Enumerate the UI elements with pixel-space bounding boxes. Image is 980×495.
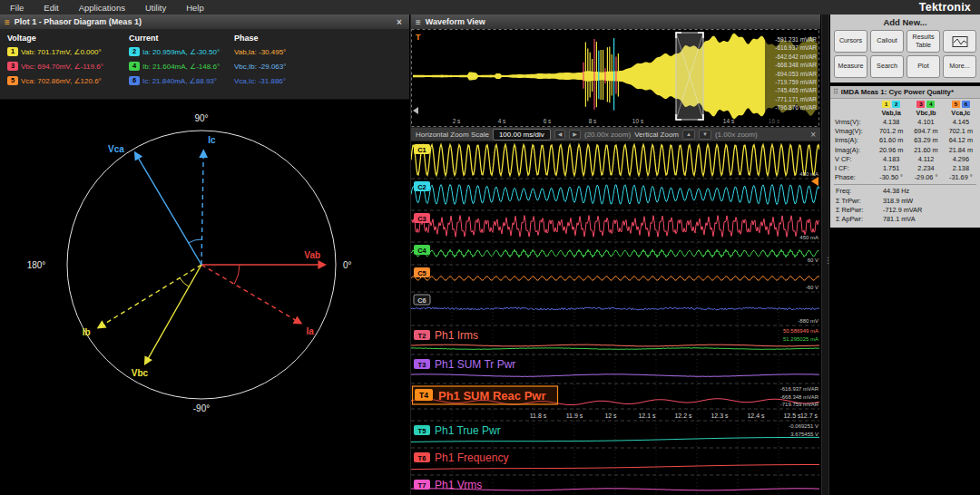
panel-splitter[interactable]: ⋮ <box>821 15 829 495</box>
trace-c4 <box>411 249 819 257</box>
panel-menu-icon[interactable]: ≡ <box>5 17 10 27</box>
waveform-grid[interactable]: C1450 mAC2C3450 mAC460 VC5-60 VC6-880 mV… <box>411 141 819 495</box>
phasor-diagram-panel: ≡ Plot 1 - Phasor Diagram (Meas 1) × Vol… <box>0 15 409 495</box>
add-callout-button[interactable]: Callout <box>870 30 904 53</box>
results-header[interactable]: ⠿ IMDA Meas 1: Cyc Power Quality* <box>830 86 980 99</box>
summary-value: -712.9 mVAR <box>883 206 978 215</box>
phase-angle-arc <box>189 239 202 243</box>
results-column-header: 34Vbc,Ib <box>908 101 943 117</box>
zoom-out-button[interactable]: ◀ <box>554 130 566 140</box>
scope-screen-icon <box>952 35 968 48</box>
channel-badge[interactable]: 5 <box>7 76 18 85</box>
scale-label: -0.069251 V <box>789 423 818 429</box>
phasor-vector-ib <box>98 265 201 327</box>
zoom-in-button[interactable]: ▶ <box>569 130 581 140</box>
summary-row: Σ TrPwr:318.9 mW <box>830 197 980 206</box>
zoom-close-icon[interactable]: × <box>810 130 816 140</box>
measurement-badge-text: T6 <box>418 454 426 462</box>
current-value: Ib: 21.604mA, ∠-148.6° <box>142 63 220 71</box>
horizontal-zoom-scale-value[interactable]: 100.00 ms/div <box>493 129 551 141</box>
collapse-arrow-icon[interactable] <box>413 107 418 114</box>
column-header: Phase <box>234 33 409 44</box>
spacer <box>832 101 874 117</box>
scale-label: -60 V <box>806 285 818 290</box>
summary-value: 44.38 Hz <box>883 187 978 196</box>
record-overview[interactable]: 2 s4 s6 s8 s10 s14 s16 s-591.231 mVAR-61… <box>411 29 819 127</box>
phase-cell: Vab,Ia: -30.495° <box>234 46 409 59</box>
add-more--button[interactable]: More... <box>943 55 976 78</box>
row-value: 4.138 <box>874 118 908 127</box>
scale-label: -880 mV <box>798 318 818 324</box>
results-column-header: 12Vab,Ia <box>874 101 908 117</box>
channel-badge[interactable]: 3 <box>7 62 18 71</box>
summary-value: 318.9 mW <box>883 197 978 206</box>
zoom-time-tick: 12 s <box>604 412 617 419</box>
phasor-diagram[interactable]: 90°0°180°-90°VabIaVbcIbVcaIc <box>0 100 409 495</box>
results-row: Vmag(V):701.2 m694.7 m702.1 m <box>830 127 980 136</box>
scale-label: 450 mA <box>799 171 818 177</box>
zoom-toolbar: Horizontal Zoom Scale 100.00 ms/div ◀ ▶ … <box>411 127 820 141</box>
phasor-vector-label: Vbc <box>132 368 149 378</box>
summary-label: Freq: <box>836 187 883 196</box>
phasor-panel-titlebar[interactable]: ≡ Plot 1 - Phasor Diagram (Meas 1) × <box>0 15 409 29</box>
phase-value: Vbc,Ib: -29.063° <box>234 63 286 71</box>
voltage-value: Vab: 701.17mV, ∠0.000° <box>21 48 102 56</box>
scale-label: 60 V <box>808 257 818 263</box>
menu-item-applications[interactable]: Applications <box>69 3 135 13</box>
row-value: 61.60 m <box>874 136 908 145</box>
channel-badge-text: C6 <box>417 296 426 305</box>
add-cursors-button[interactable]: Cursors <box>834 30 867 53</box>
waveform-panel-titlebar[interactable]: ≡ Waveform View <box>411 15 820 29</box>
overview-scale-value: -796.876 mVAR <box>775 104 817 111</box>
summary-label: Σ RePwr: <box>836 206 883 215</box>
measurement-badge-text: T5 <box>418 427 426 435</box>
panel-menu-icon[interactable]: ≡ <box>416 17 421 27</box>
results-table-badge[interactable]: ⠿ IMDA Meas 1: Cyc Power Quality* 12Vab,… <box>830 86 980 228</box>
add-results-table-button[interactable]: Results Table <box>906 30 940 53</box>
scope-screen-icon-button[interactable] <box>943 30 976 53</box>
menu-item-help[interactable]: Help <box>176 3 214 13</box>
zoom-time-tick: 12.2 s <box>674 412 692 419</box>
measurement-label: Ph1 Vrms <box>435 479 482 491</box>
overview-time-tick: 6 s <box>544 118 552 124</box>
row-label: Vmag(V): <box>832 127 874 136</box>
current-cell: 6Ic: 21.840mA, ∠88.93° <box>129 75 234 88</box>
row-value: 1.751 <box>874 164 908 173</box>
trace-c6 <box>411 307 819 310</box>
summary-row: Σ ApPwr:781.1 mVA <box>830 215 980 224</box>
row-value: 20.96 m <box>874 146 908 155</box>
row-label: Irms(A): <box>832 136 874 145</box>
drag-handle-icon[interactable]: ⠿ <box>833 88 838 96</box>
menu-item-edit[interactable]: Edit <box>34 3 68 13</box>
results-row: Imag(A):20.96 m21.60 m21.84 m <box>830 146 980 155</box>
channel-badge: 2 <box>892 101 900 108</box>
row-label: Vrms(V): <box>832 118 874 127</box>
zoom-window-box[interactable] <box>676 33 703 120</box>
vzoom-up-button[interactable]: ▲ <box>682 130 695 140</box>
overview-scale-value: -745.465 mVAR <box>775 87 817 93</box>
phasor-measurement-table: VoltageCurrentPhase1Vab: 701.17mV, ∠0.00… <box>0 29 409 100</box>
right-controls-panel: Add New... CursorsCalloutResults TableMe… <box>830 15 980 495</box>
vzoom-down-button[interactable]: ▼ <box>699 130 711 140</box>
add-search-button[interactable]: Search <box>870 55 904 78</box>
channel-badge[interactable]: 6 <box>129 76 140 85</box>
add-plot-button[interactable]: Plot <box>906 55 940 78</box>
menu-item-utility[interactable]: Utility <box>135 3 176 13</box>
measurement-badge-text: T3 <box>418 361 426 369</box>
close-icon[interactable]: × <box>394 17 405 27</box>
channel-badge[interactable]: 4 <box>129 62 140 71</box>
overview-time-tick: 8 s <box>589 118 597 124</box>
channel-badge[interactable]: 2 <box>129 47 140 56</box>
measurement-label: Ph1 True Pwr <box>435 424 501 437</box>
channel-badge[interactable]: 1 <box>7 47 18 56</box>
overview-scale-value: -668.348 mVAR <box>775 62 817 68</box>
phasor-vector-label: Ib <box>83 327 91 337</box>
menu-item-file[interactable]: File <box>0 3 34 13</box>
voltage-cell: 5Vca: 702.86mV, ∠120.6° <box>7 75 129 88</box>
add-measure-button[interactable]: Measure <box>834 55 867 78</box>
row-value: 4.296 <box>944 155 978 164</box>
phasor-vector-label: Vab <box>304 250 320 260</box>
row-label: I CF: <box>832 164 874 173</box>
phasor-vector-vbc <box>145 265 201 364</box>
column-header-label: Vab,Ia <box>874 109 908 117</box>
